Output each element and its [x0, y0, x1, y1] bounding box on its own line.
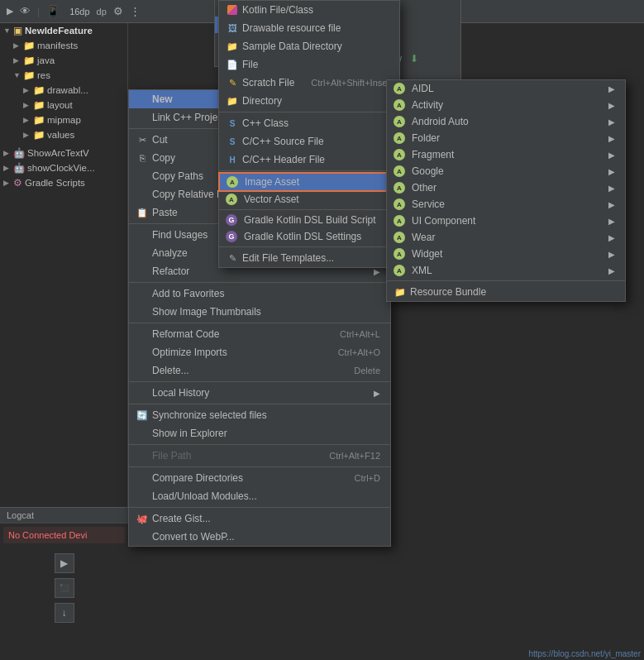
paste-icon: 📋	[136, 206, 149, 219]
tree-item-layout[interactable]: ▶ 📁 layout	[0, 98, 127, 112]
new-sep-4	[219, 246, 399, 247]
gist-icon: 🐙	[136, 512, 149, 525]
tmpl-service[interactable]: A Service ▶	[387, 196, 625, 213]
tmpl-ui-component[interactable]: A UI Component ▶	[387, 213, 625, 229]
copy-icon: ⎘	[136, 151, 149, 165]
tmpl-folder[interactable]: A Folder ▶	[387, 130, 625, 146]
tmpl-fragment[interactable]: A Fragment ▶	[387, 146, 625, 163]
cpp-header-icon: H	[226, 153, 239, 166]
android-templates-submenu: A AIDL ▶ A Activity ▶ A Android Auto ▶ A…	[386, 79, 626, 302]
new-sep-1	[219, 112, 399, 112]
tree-item-root[interactable]: ▼ ▣ NewIdeFeature	[0, 23, 127, 38]
new-icon	[136, 93, 149, 106]
recyclerview-download-icon: ⬇	[410, 53, 418, 65]
ctx-show-thumbnails[interactable]: Show Image Thumbnails	[129, 303, 390, 321]
new-edit-templates[interactable]: ✎ Edit File Templates...	[219, 249, 399, 267]
ctx-create-gist[interactable]: 🐙 Create Gist...	[129, 509, 390, 528]
right-sep-1	[387, 280, 625, 281]
tree-item-gradle[interactable]: ▶ ⚙ Gradle Scripts	[0, 175, 127, 190]
toolbar-settings-icon[interactable]: ⚙	[113, 5, 123, 17]
logcat-btn-3[interactable]: ↓	[55, 603, 74, 623]
ctx-sep-4	[129, 323, 390, 323]
tmpl-widget[interactable]: A Widget ▶	[387, 246, 625, 262]
tree-item-res[interactable]: ▼ 📁 res	[0, 68, 127, 83]
ctx-convert-webp[interactable]: Convert to WebP...	[129, 528, 390, 546]
gradle-g-icon-settings: G	[226, 231, 237, 242]
cpp-class-icon: S	[226, 117, 239, 130]
toolbar-eye-icon[interactable]: 👁	[20, 5, 31, 17]
toolbar-phone-icon[interactable]: 📱	[46, 5, 60, 17]
new-directory[interactable]: 📁 Directory	[219, 92, 399, 110]
tree-item-showclock[interactable]: ▶ 🤖 showClockVie...	[0, 160, 127, 175]
tree-item-values[interactable]: ▶ 📁 values	[0, 127, 127, 142]
toolbar-text: ▶	[7, 6, 13, 17]
android-icon-ui: A	[394, 215, 405, 227]
ctx-sep-5	[129, 381, 390, 382]
tmpl-xml[interactable]: A XML ▶	[387, 262, 625, 279]
new-gradle-build[interactable]: G Gradle Kotlin DSL Build Script	[219, 212, 399, 228]
ctx-show-explorer[interactable]: Show in Explorer	[129, 424, 390, 442]
ctx-file-path: File Path Ctrl+Alt+F12	[129, 447, 390, 465]
ctx-add-favorites[interactable]: Add to Favorites	[129, 285, 390, 303]
logcat-btn-1[interactable]: ▶	[55, 553, 74, 573]
android-icon-widget: A	[394, 248, 405, 260]
new-sample-data-dir[interactable]: 📁 Sample Data Directory	[219, 37, 399, 55]
tree-item-manifests[interactable]: ▶ 📁 manifests	[0, 38, 127, 53]
gradle-g-icon-build: G	[226, 214, 237, 226]
tmpl-activity[interactable]: A Activity ▶	[387, 97, 625, 113]
no-connected-device: No Connected Devi	[3, 527, 125, 543]
ctx-sync[interactable]: 🔄 Synchronize selected files	[129, 406, 390, 424]
android-icon-auto: A	[394, 116, 405, 127]
sample-data-icon: 📁	[226, 40, 239, 53]
new-vector-asset[interactable]: A Vector Asset	[219, 191, 399, 208]
tmpl-google[interactable]: A Google ▶	[387, 163, 625, 179]
ctx-optimize-imports[interactable]: Optimize Imports Ctrl+Alt+O	[129, 343, 390, 361]
new-cpp-source[interactable]: S C/C++ Source File	[219, 132, 399, 151]
toolbar-zoom-label: 16dp	[69, 7, 89, 17]
tree-item-showarc[interactable]: ▶ 🤖 ShowArcTextV	[0, 146, 127, 160]
tmpl-wear[interactable]: A Wear ▶	[387, 229, 625, 246]
tmpl-aidl[interactable]: A AIDL ▶	[387, 80, 625, 97]
ctx-sep-3	[129, 282, 390, 283]
ctx-sep-6	[129, 404, 390, 404]
logcat-btn-2[interactable]: ⬛	[55, 578, 74, 598]
tmpl-android-auto[interactable]: A Android Auto ▶	[387, 113, 625, 130]
tree-item-drawable[interactable]: ▶ 📁 drawabl...	[0, 83, 127, 98]
new-submenu-panel: Kotlin File/Class 🖼 Drawable resource fi…	[218, 0, 400, 268]
ctx-load-modules[interactable]: Load/Unload Modules...	[129, 487, 390, 505]
new-file[interactable]: 📄 File	[219, 55, 399, 74]
android-icon-other: A	[394, 182, 405, 194]
new-sep-2	[219, 170, 399, 171]
resource-bundle-icon: 📁	[394, 285, 407, 299]
ctx-delete[interactable]: Delete... Delete	[129, 361, 390, 380]
edit-templates-icon: ✎	[226, 251, 239, 265]
tmpl-other[interactable]: A Other ▶	[387, 179, 625, 196]
ctx-sep-9	[129, 507, 390, 508]
new-cpp-header[interactable]: H C/C++ Header File	[219, 151, 399, 169]
ctx-compare-dirs[interactable]: Compare Directories Ctrl+D	[129, 469, 390, 487]
tree-item-mipmap[interactable]: ▶ 📁 mipmap	[0, 112, 127, 127]
new-gradle-settings[interactable]: G Gradle Kotlin DSL Settings	[219, 228, 399, 245]
android-icon-vector-asset: A	[226, 194, 237, 205]
gradle-icon: ⚙	[13, 177, 22, 189]
new-kotlin-class[interactable]: Kotlin File/Class	[219, 1, 399, 19]
ctx-reformat[interactable]: Reformat Code Ctrl+Alt+L	[129, 325, 390, 343]
tmpl-resource-bundle[interactable]: 📁 Resource Bundle	[387, 283, 625, 301]
ctx-sep-7	[129, 444, 390, 445]
android-icon-wear: A	[394, 232, 405, 243]
toolbar-more-icon[interactable]: ⋮	[130, 5, 141, 17]
new-image-asset[interactable]: A Image Asset	[219, 173, 399, 191]
watermark: https://blog.csdn.net/yi_master	[528, 649, 641, 658]
toolbar-dp-icon[interactable]: dp	[97, 7, 107, 17]
android-icon-folder: A	[394, 132, 405, 144]
scratch-file-icon: ✎	[226, 76, 239, 89]
new-drawable-resource[interactable]: 🖼 Drawable resource file	[219, 19, 399, 37]
tree-item-java[interactable]: ▶ 📁 java	[0, 53, 127, 68]
ctx-local-history[interactable]: Local History ▶	[129, 384, 390, 402]
android-icon-google: A	[394, 165, 405, 177]
logcat-bar: Logcat No Connected Devi ▶ ⬛ ↓	[0, 507, 128, 660]
ctx-sep-8	[129, 466, 390, 467]
new-cpp-class[interactable]: S C++ Class	[219, 114, 399, 132]
new-scratch-file[interactable]: ✎ Scratch File Ctrl+Alt+Shift+Insert	[219, 74, 399, 92]
android-icon-aidl: A	[394, 83, 405, 94]
